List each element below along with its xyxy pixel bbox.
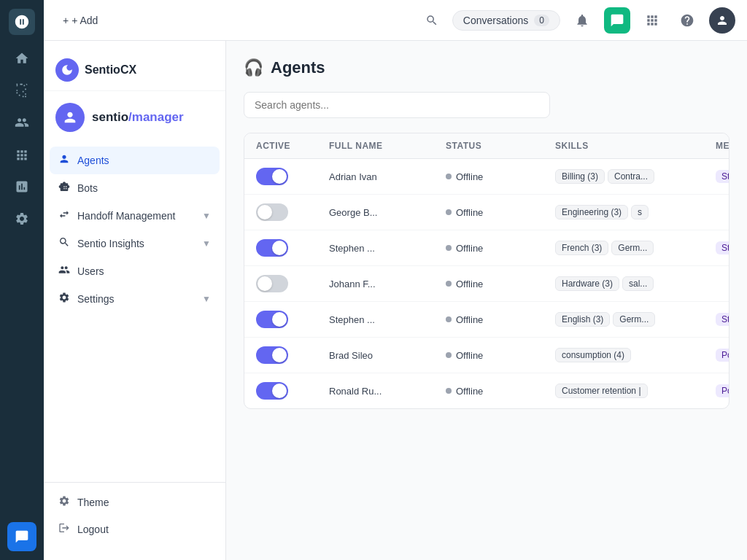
table-row: Ronald Ru...OfflineCustomer retention |P… (244, 373, 729, 408)
header-fullname: Full name (329, 141, 446, 151)
toggle-active[interactable] (256, 168, 329, 185)
sidebar-icon-home[interactable] (7, 44, 36, 73)
search-input[interactable] (244, 92, 550, 118)
conversations-button[interactable]: Conversations 0 (452, 10, 560, 31)
chat-button[interactable] (604, 7, 630, 34)
toggle-active[interactable] (256, 346, 329, 364)
sidebar-icon-settings[interactable] (7, 204, 36, 233)
sidebar-item-handoff[interactable]: Handoff Management ▼ (50, 202, 220, 230)
agent-name: Johann F... (329, 279, 446, 289)
mediaflow-tag: Power.Commercial (716, 349, 729, 362)
logout-icon (58, 522, 70, 536)
sidebar-icon-grid[interactable] (7, 140, 36, 169)
sidebar-users-label: Users (77, 265, 104, 277)
status-label: Offline (456, 314, 483, 325)
app-container: + + Add Conversations 0 (44, 0, 747, 560)
handoff-expand-icon: ▼ (202, 211, 211, 221)
agent-skills: French (3)Germ... (555, 241, 716, 255)
content-area: SentioCX sentio/manager Agents (44, 41, 747, 560)
agents-header: 🎧 Agents (244, 58, 729, 77)
header-skills: Skills (555, 141, 716, 151)
sentio-brand: SentioCX (44, 52, 225, 91)
table-row: George B...OfflineEngineering (3)s (244, 195, 729, 230)
table-row: Stephen ...OfflineEnglish (3)Germ...Stef… (244, 302, 729, 338)
icon-bar (0, 0, 44, 560)
header-status: Status (446, 141, 555, 151)
app-logo[interactable] (9, 9, 35, 35)
toggle-active[interactable] (256, 203, 329, 221)
sidebar-icon-list[interactable] (7, 76, 36, 105)
skill-tag: English (3) (555, 312, 610, 327)
table-row: Johann F...OfflineHardware (3)sal... (244, 266, 729, 302)
status-dot (446, 388, 452, 394)
toggle-switch[interactable] (256, 275, 288, 292)
agent-mediaflows: Stefan MFPower... (716, 170, 729, 183)
agent-skills: consumption (4) (555, 348, 716, 362)
toggle-active[interactable] (256, 311, 329, 328)
sidebar-item-settings[interactable]: Settings ▼ (50, 285, 220, 313)
mediaflow-tag: Stefan MF (716, 313, 729, 326)
table-body: Adrian IvanOfflineBilling (3)Contra...St… (244, 159, 729, 408)
sidebar-item-bots[interactable]: Bots (50, 174, 220, 202)
brand-avatar (55, 103, 85, 132)
skill-tag: Engineering (3) (555, 205, 628, 219)
toggle-switch[interactable] (256, 239, 288, 257)
mediaflow-tag: Stefan MF (716, 241, 729, 254)
theme-label: Theme (77, 497, 109, 508)
notifications-button[interactable] (569, 7, 595, 34)
sidebar-icon-chart[interactable] (7, 172, 36, 201)
search-button[interactable] (420, 9, 444, 32)
apps-button[interactable] (639, 7, 665, 34)
settings-expand-icon: ▼ (202, 294, 211, 304)
skill-tag: Contra... (608, 169, 654, 184)
skill-tag: Hardware (3) (555, 276, 619, 291)
agent-status: Offline (446, 171, 555, 182)
toggle-switch[interactable] (256, 311, 288, 328)
sidebar-bots-label: Bots (77, 182, 98, 194)
insights-expand-icon: ▼ (202, 238, 211, 249)
toggle-active[interactable] (256, 239, 329, 257)
agent-name: Stephen ... (329, 314, 446, 325)
sidebar-icon-people[interactable] (7, 108, 36, 137)
toggle-switch[interactable] (256, 382, 288, 400)
sidebar-item-users[interactable]: Users (50, 257, 220, 285)
conversations-count: 0 (534, 15, 549, 26)
agent-mediaflows: Power.Commercial (716, 384, 729, 397)
skill-tag: Germ... (611, 241, 654, 255)
bots-icon (58, 181, 70, 195)
add-button[interactable]: + + Add (55, 10, 105, 31)
status-label: Offline (456, 207, 483, 218)
agent-status: Offline (446, 207, 555, 218)
status-label: Offline (456, 350, 483, 361)
sidebar-brand: sentio/manager (44, 97, 225, 144)
status-dot (446, 174, 452, 179)
user-avatar[interactable] (709, 7, 735, 34)
toggle-switch[interactable] (256, 346, 288, 364)
agent-skills: Engineering (3)s (555, 205, 716, 219)
status-dot (446, 316, 452, 322)
help-button[interactable] (674, 7, 700, 34)
status-label: Offline (456, 243, 483, 254)
agent-skills: Hardware (3)sal... (555, 276, 716, 291)
theme-item[interactable]: Theme (50, 489, 220, 516)
agent-skills: English (3)Germ... (555, 312, 716, 327)
toggle-active[interactable] (256, 382, 329, 400)
skill-tag: Germ... (613, 312, 655, 327)
sidebar-item-agents[interactable]: Agents (50, 147, 220, 174)
toggle-switch[interactable] (256, 168, 288, 185)
sidebar-item-insights[interactable]: Sentio Insights ▼ (50, 230, 220, 257)
logout-item[interactable]: Logout (50, 516, 220, 542)
agent-mediaflows: Power.Commercial (716, 349, 729, 362)
skill-tag: Billing (3) (555, 169, 605, 184)
settings-icon (58, 292, 70, 306)
top-nav: + + Add Conversations 0 (44, 0, 747, 41)
agent-name: Adrian Ivan (329, 171, 446, 182)
sidebar-icon-active[interactable] (7, 522, 36, 551)
toggle-active[interactable] (256, 275, 329, 292)
status-dot (446, 209, 452, 215)
agent-name: Stephen ... (329, 243, 446, 254)
toggle-switch[interactable] (256, 203, 288, 221)
sidebar-agents-label: Agents (77, 155, 109, 166)
sidebar: SentioCX sentio/manager Agents (44, 41, 226, 560)
conversations-label: Conversations (463, 15, 529, 26)
